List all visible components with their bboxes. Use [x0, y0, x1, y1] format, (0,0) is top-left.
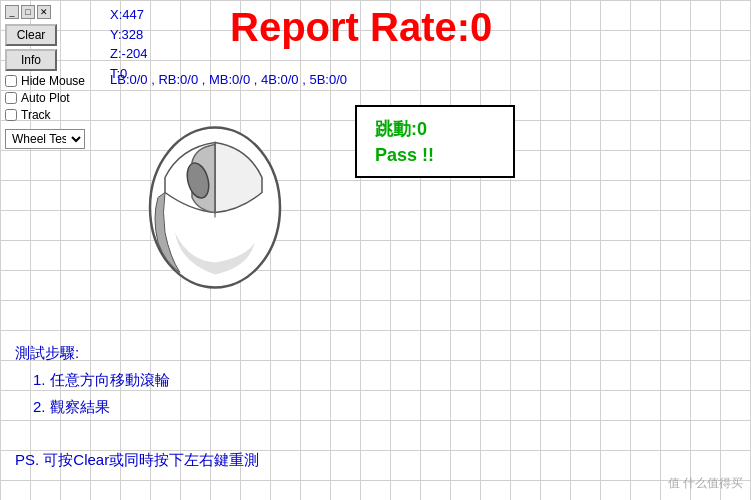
- coord-x: X:447: [110, 5, 148, 25]
- instructions-block: 測試步驟: 1. 任意方向移動滾輪 2. 觀察結果: [15, 339, 170, 420]
- result-box: 跳動:0 Pass !!: [355, 105, 515, 178]
- clear-button[interactable]: Clear: [5, 24, 57, 46]
- auto-plot-label: Auto Plot: [21, 91, 70, 105]
- step-1: 1. 任意方向移動滾輪: [33, 366, 170, 393]
- pass-status: Pass !!: [375, 145, 495, 166]
- mode-dropdown[interactable]: Wheel Test Click Test Move Test: [5, 129, 85, 149]
- info-button[interactable]: Info: [5, 49, 57, 71]
- ps-note: PS. 可按Clear或同時按下左右鍵重測: [15, 451, 259, 470]
- step-2: 2. 觀察結果: [33, 393, 170, 420]
- hide-mouse-label: Hide Mouse: [21, 74, 85, 88]
- watermark: 值 什么值得买: [668, 475, 743, 492]
- hide-mouse-checkbox[interactable]: [5, 75, 17, 87]
- report-rate-display: Report Rate:0: [230, 5, 492, 50]
- track-label: Track: [21, 108, 51, 122]
- close-icon[interactable]: ✕: [37, 5, 51, 19]
- coord-y: Y:328: [110, 25, 148, 45]
- coord-z: Z:-204: [110, 44, 148, 64]
- instructions-title: 測試步驟:: [15, 339, 170, 366]
- auto-plot-checkbox[interactable]: [5, 92, 17, 104]
- mouse-illustration: [110, 100, 320, 300]
- jump-count: 跳動:0: [375, 117, 495, 141]
- track-checkbox[interactable]: [5, 109, 17, 121]
- minimize-icon[interactable]: _: [5, 5, 19, 19]
- maximize-icon[interactable]: □: [21, 5, 35, 19]
- button-status-display: LB:0/0 , RB:0/0 , MB:0/0 , 4B:0/0 , 5B:0…: [110, 72, 347, 87]
